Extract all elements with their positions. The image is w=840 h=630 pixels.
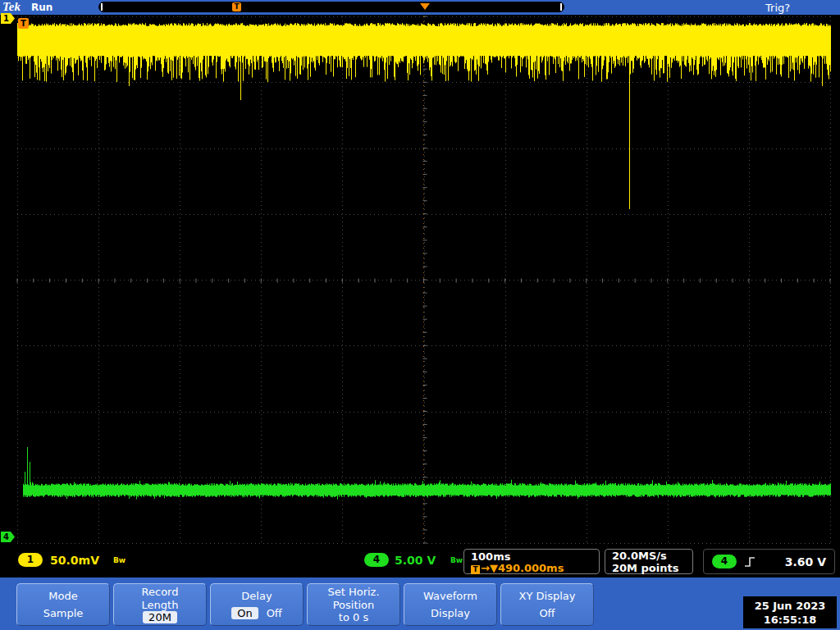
time-value: 16:55:18 — [743, 613, 837, 627]
date-value: 25 Jun 2023 — [743, 599, 837, 613]
horizontal-delay: T→▼490.000ms — [471, 562, 564, 574]
datetime-display: 25 Jun 2023 16:55:18 — [743, 596, 837, 628]
xy-display-value: Off — [539, 607, 555, 619]
record-end-bracket — [558, 3, 562, 11]
horizontal-readout[interactable]: 100ms T→▼490.000ms — [463, 549, 600, 574]
delay-arrow-icon: →▼ — [481, 562, 498, 574]
record-length-value: 20M — [143, 611, 177, 623]
delay-label: Delay — [241, 590, 272, 602]
record-length-label-1: Record — [142, 586, 179, 598]
menu-waveform-display-button[interactable]: Waveform Display — [404, 583, 497, 626]
menu-record-length-button[interactable]: Record Length 20M — [113, 583, 207, 626]
menu-set-horiz-position-button[interactable]: Set Horiz. Position to 0 s — [307, 583, 400, 626]
acquisition-readout[interactable]: 20.0MS/s 20M points — [605, 549, 693, 574]
top-status-bar: Tek Run T Trig? — [0, 0, 840, 15]
trigger-readout[interactable]: 4 3.60 V — [703, 549, 835, 574]
trigger-slope-icon — [744, 555, 756, 568]
record-length-label-2: Length — [142, 599, 179, 611]
softkey-menu-bar: Mode Sample Record Length 20M Delay On O… — [0, 578, 840, 630]
ch1-scale-readout: 50.0mV — [50, 554, 99, 567]
ch4-scale-readout: 5.00 V — [395, 554, 436, 567]
set-horiz-label-1: Set Horiz. — [327, 586, 379, 598]
record-points: 20M points — [612, 562, 699, 574]
tek-logo: Tek — [2, 0, 21, 14]
waveform-display-label-1: Waveform — [423, 590, 477, 602]
horizontal-scale: 100ms — [471, 550, 510, 563]
trigger-position-flag-icon: T — [232, 2, 241, 11]
trigger-level-value: 3.60 V — [785, 555, 826, 568]
set-horiz-label-2: Position — [333, 599, 375, 611]
mode-label: Mode — [48, 590, 77, 602]
mode-value: Sample — [43, 607, 84, 619]
menu-delay-button[interactable]: Delay On Off — [210, 583, 304, 626]
record-view-bar[interactable]: T — [98, 2, 564, 12]
xy-display-label: XY Display — [519, 590, 576, 602]
oscilloscope-ui: Tek Run T Trig? 1 T 4 1 50.0mV Bw 4 5.00… — [0, 0, 840, 630]
trigger-level-marker[interactable]: T — [18, 18, 29, 29]
delay-on-option[interactable]: On — [231, 607, 258, 619]
ch1-bandwidth-icon: Bw — [113, 556, 126, 564]
menu-xy-display-button[interactable]: XY Display Off — [500, 583, 594, 626]
status-readout-bar: 1 50.0mV Bw 4 5.00 V Bw 100ms T→▼490.000… — [0, 546, 840, 578]
ch1-badge[interactable]: 1 — [18, 553, 43, 567]
trigger-flag-icon: T — [471, 565, 480, 574]
record-start-bracket — [101, 3, 105, 11]
set-horiz-label-3: to 0 s — [339, 611, 368, 623]
trigger-source-badge: 4 — [712, 555, 737, 568]
sample-rate: 20.0MS/s — [612, 550, 699, 562]
ch4-bandwidth-icon: Bw — [450, 556, 463, 564]
graticule-area: 1 T 4 — [0, 15, 840, 546]
trigger-status: Trig? — [765, 2, 790, 14]
trigger-position-triangle-icon — [420, 3, 430, 10]
menu-mode-button[interactable]: Mode Sample — [16, 583, 110, 626]
ch4-badge[interactable]: 4 — [364, 553, 389, 567]
acquisition-run-status: Run — [31, 2, 52, 13]
delay-value: 490.000ms — [498, 562, 564, 574]
delay-off-option[interactable]: Off — [267, 607, 282, 619]
waveform-display — [0, 15, 840, 546]
waveform-display-label-2: Display — [431, 607, 470, 619]
